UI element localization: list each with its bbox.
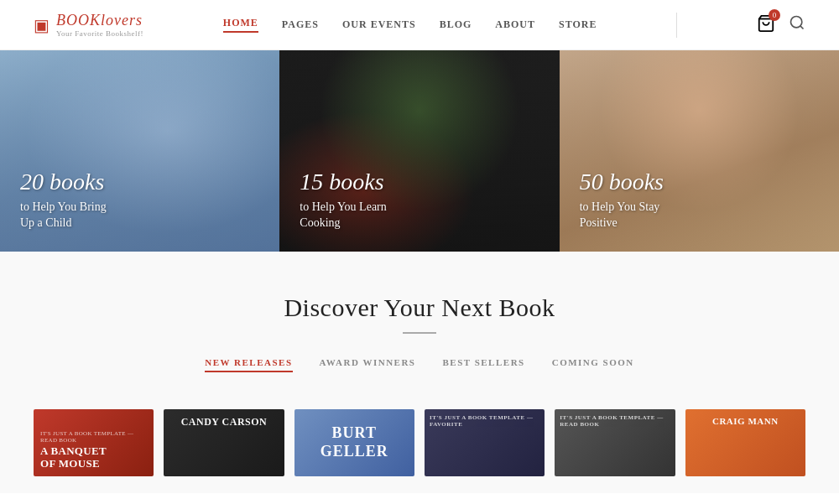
book-tabs: NEW RELEASES AWARD WINNERS BEST SELLERS … <box>34 357 805 372</box>
svg-point-1 <box>791 17 802 28</box>
hero-panel-right[interactable]: 50 books to Help You StayPositive <box>560 50 839 252</box>
header-divider <box>676 13 677 38</box>
nav-item-home[interactable]: HOME <box>223 17 258 33</box>
nav-item-events[interactable]: OUR EVENTS <box>342 18 416 31</box>
tab-coming-soon[interactable]: COMING SOON <box>552 357 634 372</box>
book-card-4[interactable]: IT'S JUST A BOOK TEMPLATE — FAVORITE <box>425 409 545 476</box>
book-label-5: IT'S JUST A BOOK TEMPLATE — READ BOOK <box>560 414 670 429</box>
hero-desc-center: to Help You LearnCooking <box>300 199 386 231</box>
logo-name: BOOKlovers <box>56 12 143 29</box>
tab-best-sellers[interactable]: BEST SELLERS <box>442 357 524 372</box>
hero-panel-left[interactable]: 20 books to Help You BringUp a Child <box>0 50 279 252</box>
hero-desc-right: to Help You StayPositive <box>580 199 664 231</box>
hero-section: 20 books to Help You BringUp a Child 15 … <box>0 50 839 252</box>
logo[interactable]: ▣ BOOKlovers Your Favorite Bookshelf! <box>34 12 143 38</box>
tab-new-releases[interactable]: NEW RELEASES <box>205 357 292 372</box>
book-card-2[interactable]: CANDY CARSON <box>164 409 284 476</box>
nav-item-blog[interactable]: BLOG <box>440 18 472 31</box>
hero-count-right: 50 books <box>580 169 664 195</box>
hero-panel-center[interactable]: 15 books to Help You LearnCooking <box>279 50 559 252</box>
book-label-3: BURTGELLER <box>294 424 414 460</box>
book-label-6: CRAIG MANN <box>692 416 799 427</box>
book-card-1[interactable]: IT'S JUST A BOOK TEMPLATE — READ BOOK A … <box>34 409 154 476</box>
discover-divider <box>403 332 436 334</box>
hero-content-left: 20 books to Help You BringUp a Child <box>20 169 107 231</box>
hero-count-center: 15 books <box>300 169 386 195</box>
search-button[interactable] <box>789 14 805 35</box>
discover-section: Discover Your Next Book NEW RELEASES AWA… <box>0 252 839 409</box>
book-label-2: CANDY CARSON <box>170 416 277 428</box>
main-nav: HOME PAGES OUR EVENTS BLOG ABOUT STORE <box>223 17 597 33</box>
tab-award-winners[interactable]: AWARD WINNERS <box>320 357 416 372</box>
book-card-6[interactable]: CRAIG MANN <box>685 409 805 476</box>
logo-text: BOOKlovers Your Favorite Bookshelf! <box>56 12 143 38</box>
book-card-5[interactable]: IT'S JUST A BOOK TEMPLATE — READ BOOK <box>555 409 675 476</box>
logo-bookmark-icon: ▣ <box>34 15 50 35</box>
nav-item-store[interactable]: STORE <box>559 18 597 31</box>
hero-content-right: 50 books to Help You StayPositive <box>580 169 664 231</box>
discover-title: Discover Your Next Book <box>34 294 805 322</box>
cart-badge: 0 <box>769 9 780 21</box>
book-label-4: IT'S JUST A BOOK TEMPLATE — FAVORITE <box>430 414 539 429</box>
nav-item-pages[interactable]: PAGES <box>282 18 319 31</box>
hero-desc-left: to Help You BringUp a Child <box>20 199 107 231</box>
search-icon <box>789 14 805 31</box>
svg-line-2 <box>800 26 804 29</box>
book-label-1: IT'S JUST A BOOK TEMPLATE — READ BOOK A … <box>40 430 147 470</box>
hero-count-left: 20 books <box>20 169 107 195</box>
book-card-3[interactable]: BURTGELLER <box>294 409 414 476</box>
logo-tagline: Your Favorite Bookshelf! <box>56 29 143 38</box>
nav-item-about[interactable]: ABOUT <box>495 18 535 31</box>
cart-button[interactable]: 0 <box>757 14 775 36</box>
books-row: IT'S JUST A BOOK TEMPLATE — READ BOOK A … <box>0 409 839 493</box>
hero-content-center: 15 books to Help You LearnCooking <box>300 169 386 231</box>
header: ▣ BOOKlovers Your Favorite Bookshelf! HO… <box>0 0 839 50</box>
header-icons: 0 <box>757 14 805 36</box>
